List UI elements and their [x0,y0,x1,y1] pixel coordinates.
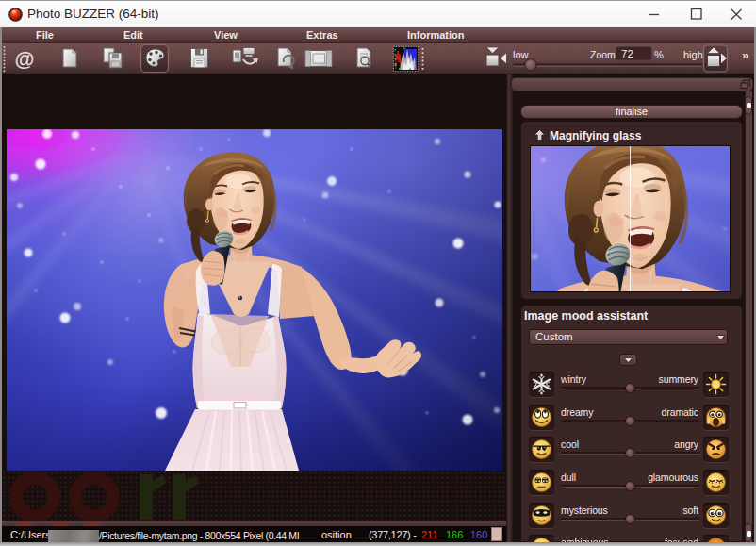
svg-text:»: » [742,48,748,62]
svg-text:%: % [654,49,664,60]
svg-text:72: 72 [621,48,633,59]
svg-text:low: low [513,49,529,60]
svg-text:Zoom: Zoom [590,49,616,60]
svg-text:high: high [683,49,703,60]
svg-text:@: @ [15,48,35,71]
